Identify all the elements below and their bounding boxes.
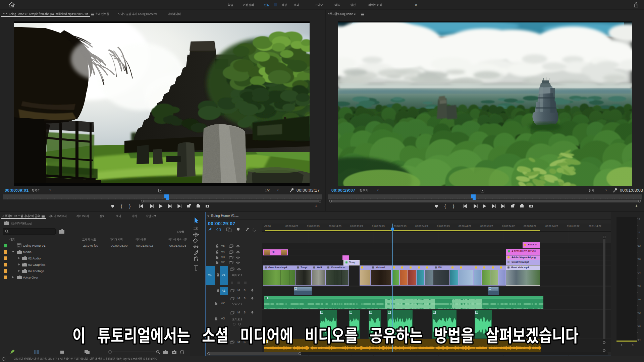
svg-text:}: } <box>453 203 454 208</box>
svg-text:{: { <box>121 203 122 208</box>
svg-text:24: 24 <box>638 272 641 274</box>
svg-text:42: 42 <box>638 312 641 314</box>
svg-text:36: 36 <box>638 298 641 301</box>
svg-text:0: 0 <box>639 218 640 220</box>
svg-text:}: } <box>129 203 131 208</box>
svg-text:{: { <box>444 203 446 208</box>
svg-text:12: 12 <box>638 245 641 247</box>
svg-text:30: 30 <box>638 285 641 287</box>
svg-text:18: 18 <box>638 258 641 260</box>
svg-text:6: 6 <box>639 231 640 234</box>
svg-text:48: 48 <box>638 325 641 327</box>
svg-text:54: 54 <box>638 339 641 341</box>
